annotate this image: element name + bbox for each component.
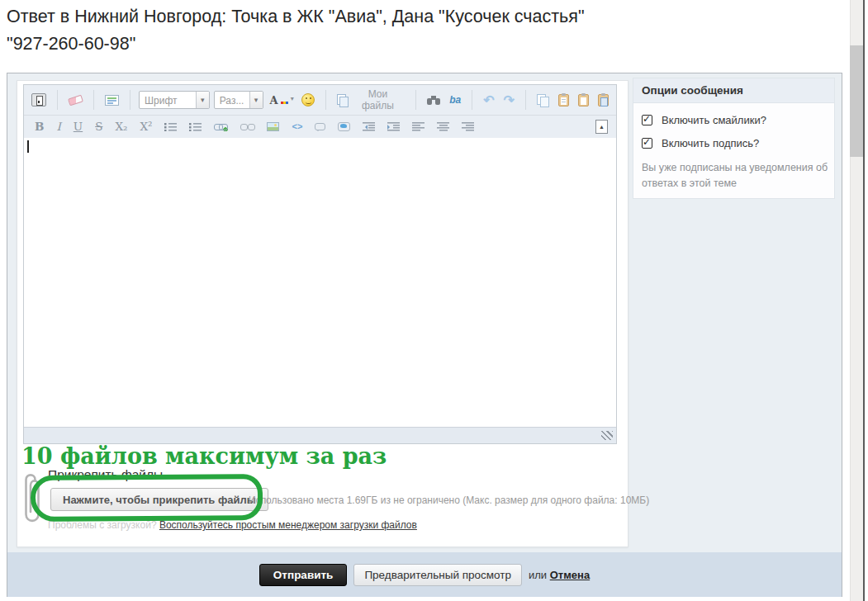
browser-scrollbar-thumb[interactable] <box>850 45 863 157</box>
option-label: Включить подпись? <box>662 137 759 149</box>
numbered-list-icon <box>189 122 202 131</box>
toolbar-separator <box>93 90 94 110</box>
toolbar-separator <box>57 90 58 110</box>
my-files-button[interactable]: Мои файлы <box>334 87 407 113</box>
option-checkbox[interactable]: ✓ <box>642 115 652 125</box>
insert-code-glyph: <> <box>292 122 302 131</box>
insert-code-button[interactable]: <> <box>289 121 305 133</box>
option-label: Включить смайлики? <box>662 114 766 126</box>
insert-media-button[interactable] <box>335 121 353 133</box>
or-cancel-text: или Отмена <box>529 569 590 581</box>
outdent-button[interactable] <box>360 121 377 133</box>
window-edge <box>863 0 865 601</box>
bullet-list-button[interactable] <box>162 121 179 133</box>
storage-usage-text: Использовано места 1.69ГБ из не ограниче… <box>249 495 649 506</box>
my-files-button-label: Мои файлы <box>351 88 406 111</box>
toolbar-separator <box>415 90 416 110</box>
message-input[interactable] <box>24 138 616 427</box>
paste-button[interactable] <box>556 92 572 108</box>
insert-link-button[interactable] <box>211 121 230 133</box>
or-text: или <box>529 569 547 581</box>
font-select-caret-icon[interactable]: ▾ <box>196 92 209 108</box>
italic-button[interactable]: I <box>54 120 63 135</box>
subscription-note: Вы уже подписаны на уведомления об ответ… <box>642 160 832 192</box>
font-select-value: Шрифт <box>140 92 196 108</box>
insert-image-button[interactable] <box>264 121 282 133</box>
paste-plain-icon <box>578 94 589 106</box>
bold-button[interactable]: B <box>32 120 46 135</box>
font-select[interactable]: Шрифт▾ <box>139 91 210 109</box>
option-row: ✓Включить подпись? <box>642 137 826 149</box>
copy-button[interactable] <box>534 92 552 108</box>
copy-icon <box>537 94 549 106</box>
simple-uploader-link[interactable]: Воспользуйтесь простым менеджером загруз… <box>159 519 417 531</box>
indent-button[interactable] <box>385 121 402 133</box>
paste-from-word-icon <box>598 94 609 106</box>
footer-bar: Отправить Предварительный просмотр или О… <box>7 552 842 597</box>
option-checkbox[interactable]: ✓ <box>642 138 652 149</box>
scroll-up-button[interactable]: ▲ <box>595 120 608 134</box>
undo-button[interactable]: ↶ <box>481 91 496 110</box>
checkmark-icon: ✓ <box>643 113 651 125</box>
toolbar-separator <box>130 90 130 110</box>
emoticons-icon <box>301 93 315 106</box>
underline-button[interactable]: U <box>71 120 85 135</box>
editor-template-button[interactable] <box>102 93 121 107</box>
align-right-button[interactable] <box>459 121 477 133</box>
editor-template-icon <box>105 95 119 106</box>
underline-glyph: U <box>74 121 83 133</box>
insert-quote-button[interactable] <box>312 121 328 132</box>
spellcheck-button[interactable]: ba <box>447 92 463 107</box>
font-color-glyph: A <box>270 94 278 106</box>
size-select-caret-icon[interactable]: ▾ <box>249 92 263 108</box>
redo-button[interactable]: ↷ <box>501 91 517 110</box>
submit-button[interactable]: Отправить <box>259 564 348 586</box>
cancel-link[interactable]: Отмена <box>550 569 590 581</box>
paste-plain-button[interactable] <box>576 92 591 108</box>
bbcode-mode-toggle-icon <box>31 93 46 106</box>
insert-media-icon <box>338 122 350 131</box>
emoticons-button[interactable] <box>299 92 317 108</box>
paste-icon <box>558 94 569 106</box>
size-select[interactable]: Раз...▾ <box>214 91 263 109</box>
text-caret <box>27 140 29 153</box>
strikethrough-glyph: S <box>95 121 102 133</box>
superscript-button[interactable]: X² <box>137 120 154 135</box>
resize-handle-icon[interactable] <box>601 431 613 440</box>
align-center-button[interactable] <box>434 121 452 133</box>
align-left-button[interactable] <box>410 121 427 133</box>
editor-toolbar-row1: Шрифт▾Раз...▾AМои файлыba↶↷ <box>24 85 616 116</box>
remove-link-icon <box>240 122 254 131</box>
toolbar-separator <box>472 90 472 110</box>
spellcheck-glyph: ba <box>449 94 461 106</box>
undo-glyph: ↶ <box>483 92 494 108</box>
checkmark-icon: ✓ <box>643 136 651 148</box>
page-title: Ответ в Нижний Новгород: Точка в ЖК "Ави… <box>7 3 824 58</box>
align-right-icon <box>462 122 474 131</box>
strikethrough-button[interactable]: S <box>92 120 105 135</box>
insert-quote-icon <box>315 123 325 130</box>
paste-from-word-button[interactable] <box>595 92 611 108</box>
font-color-button[interactable]: A <box>268 92 295 108</box>
outdent-icon <box>363 122 375 131</box>
insert-image-icon <box>267 122 279 131</box>
page-title-line2: "927-260-60-98" <box>7 31 824 58</box>
max-files-annotation: 10 файлов максимум за раз <box>21 443 387 469</box>
remove-link-button[interactable] <box>238 121 257 133</box>
editor-status-bar <box>24 427 616 443</box>
reply-form: Шрифт▾Раз...▾AМои файлыba↶↷ BIUSX₂X²<>▲ … <box>7 73 842 597</box>
my-files-icon <box>337 94 349 106</box>
toolbar-separator <box>525 90 526 110</box>
indent-icon <box>387 122 400 131</box>
message-options-body: ✓Включить смайлики?✓Включить подпись?Вы … <box>633 103 834 192</box>
preview-button[interactable]: Предварительный просмотр <box>353 564 522 586</box>
remove-format-button[interactable] <box>66 95 85 106</box>
subscript-button[interactable]: X₂ <box>112 120 130 135</box>
font-color-icon <box>281 94 292 106</box>
numbered-list-button[interactable] <box>187 121 204 133</box>
editor-panel: Шрифт▾Раз...▾AМои файлыba↶↷ BIUSX₂X²<>▲ … <box>17 80 628 547</box>
search-button[interactable] <box>425 94 443 106</box>
editor-toolbar-row2: BIUSX₂X²<>▲ <box>24 116 616 138</box>
insert-link-icon <box>214 122 228 131</box>
bbcode-mode-toggle-button[interactable] <box>29 92 49 108</box>
